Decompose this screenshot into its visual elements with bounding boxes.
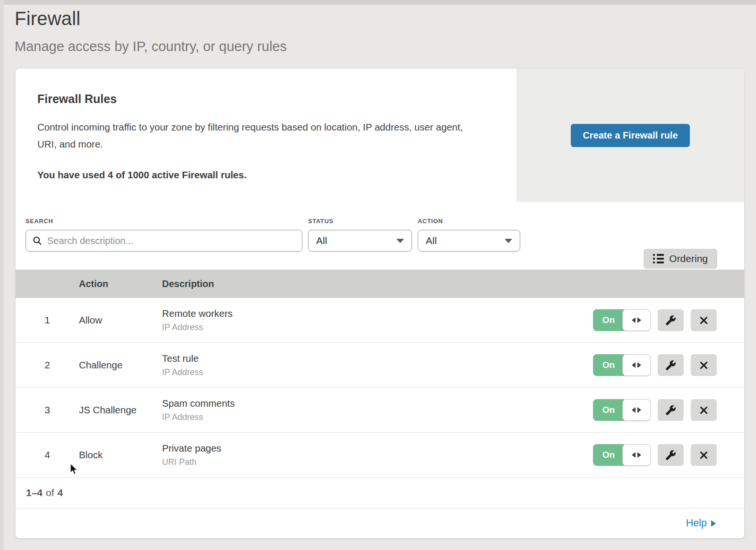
rule-description: Remote workers [162, 308, 593, 319]
rule-action: Allow [79, 314, 162, 326]
rule-description-cell: Private pages URI Path [162, 443, 593, 467]
drag-arrows-icon [622, 444, 651, 466]
status-label: STATUS [308, 218, 412, 225]
table-row: 2 Challenge Test rule IP Address On [16, 343, 744, 388]
filters-spacer [520, 218, 644, 270]
toggle-on-label: On [593, 399, 624, 421]
delete-rule-button[interactable] [691, 399, 717, 421]
rule-description-cell: Remote workers IP Address [162, 308, 593, 332]
rule-enabled-toggle[interactable]: On [593, 444, 651, 466]
rule-priority: 4 [16, 449, 79, 461]
table-row: 3 JS Challenge Spam comments IP Address … [16, 388, 744, 433]
create-rule-panel: Create a Firewall rule [516, 69, 744, 202]
rule-description-cell: Test rule IP Address [162, 353, 593, 377]
rule-enabled-toggle[interactable]: On [593, 354, 651, 376]
edit-rule-button[interactable] [658, 399, 684, 421]
pagination-of: of [46, 487, 54, 498]
delete-rule-button[interactable] [691, 444, 717, 466]
help-link[interactable]: Help [686, 517, 716, 529]
ordering-button-label: Ordering [669, 253, 708, 264]
chevron-down-icon [505, 239, 512, 243]
rule-match-type: IP Address [162, 412, 593, 422]
intro-section: Firewall Rules Control incoming traffic … [16, 69, 516, 202]
edit-rule-button[interactable] [658, 444, 684, 466]
drag-arrows-icon [622, 309, 651, 331]
toggle-on-label: On [593, 354, 624, 376]
rule-enabled-toggle[interactable]: On [593, 309, 651, 331]
action-label: ACTION [418, 218, 520, 225]
rule-priority: 1 [16, 314, 79, 326]
rule-match-type: IP Address [162, 323, 593, 332]
ordered-list-icon [653, 254, 664, 263]
filters-bar: SEARCH STATUS All ACTION [16, 202, 744, 270]
table-row: 4 Block Private pages URI Path On [16, 433, 744, 478]
section-heading: Firewall Rules [37, 92, 483, 106]
drag-arrows-icon [622, 399, 651, 421]
toggle-on-label: On [593, 444, 624, 466]
rule-description: Private pages [162, 443, 593, 454]
close-icon [699, 450, 709, 460]
status-field-group: STATUS All [308, 218, 412, 270]
rule-description: Test rule [162, 353, 593, 364]
help-row: Help [16, 508, 744, 538]
chevron-down-icon [396, 239, 404, 243]
page-title: Firewall [15, 8, 756, 29]
rule-controls: On [593, 399, 744, 421]
delete-rule-button[interactable] [691, 309, 717, 331]
close-icon [699, 405, 709, 415]
wrench-icon [665, 315, 676, 326]
action-select[interactable]: All [418, 230, 520, 252]
toggle-on-label: On [593, 309, 624, 331]
rule-controls: On [593, 354, 744, 376]
wrench-icon [665, 360, 676, 371]
status-selected-value: All [316, 235, 327, 246]
rule-description-cell: Spam comments IP Address [162, 398, 593, 422]
pagination-range: 1–4 [26, 487, 43, 498]
pagination-row: 1–4 of 4 [16, 478, 744, 508]
section-description: Control incoming traffic to your zone by… [37, 119, 483, 153]
column-description: Description [162, 279, 744, 289]
wrench-icon [665, 450, 676, 461]
arrow-right-icon [711, 520, 716, 527]
firewall-rules-card: Firewall Rules Control incoming traffic … [16, 69, 744, 538]
edit-rule-button[interactable] [658, 354, 684, 376]
table-row: 1 Allow Remote workers IP Address On [16, 298, 744, 343]
help-link-label: Help [686, 517, 707, 529]
rule-action: Block [79, 449, 162, 461]
rule-priority: 2 [16, 359, 79, 371]
create-firewall-rule-button[interactable]: Create a Firewall rule [571, 124, 689, 147]
drag-arrows-icon [622, 354, 651, 376]
rule-priority: 3 [16, 404, 79, 416]
rule-action: Challenge [79, 359, 162, 371]
status-select[interactable]: All [308, 230, 412, 252]
search-box [26, 230, 302, 252]
rule-controls: On [593, 309, 744, 331]
search-input[interactable] [47, 236, 295, 246]
rule-enabled-toggle[interactable]: On [593, 399, 651, 421]
column-action: Action [79, 279, 162, 289]
search-icon [33, 236, 42, 245]
rule-description: Spam comments [162, 398, 593, 409]
rule-controls: On [593, 444, 744, 466]
pagination-total: 4 [58, 487, 63, 498]
action-field-group: ACTION All [418, 218, 520, 270]
close-icon [699, 360, 709, 370]
page-subtitle: Manage access by IP, country, or query r… [15, 39, 756, 54]
rule-action: JS Challenge [79, 404, 162, 416]
delete-rule-button[interactable] [691, 354, 717, 376]
search-field-group: SEARCH [26, 218, 302, 270]
ordering-button[interactable]: Ordering [644, 249, 717, 269]
close-icon [699, 315, 709, 325]
usage-summary: You have used 4 of 1000 active Firewall … [37, 169, 483, 181]
rule-match-type: URI Path [162, 457, 593, 467]
firewall-page: Firewall Manage access by IP, country, o… [0, 0, 756, 538]
page-header: Firewall Manage access by IP, country, o… [15, 0, 756, 54]
search-label: SEARCH [26, 218, 302, 225]
action-selected-value: All [426, 235, 437, 246]
wrench-icon [665, 405, 676, 416]
rule-match-type: IP Address [162, 367, 593, 377]
card-top-section: Firewall Rules Control incoming traffic … [16, 69, 744, 202]
table-header: Action Description [16, 270, 744, 298]
edit-rule-button[interactable] [658, 309, 684, 331]
